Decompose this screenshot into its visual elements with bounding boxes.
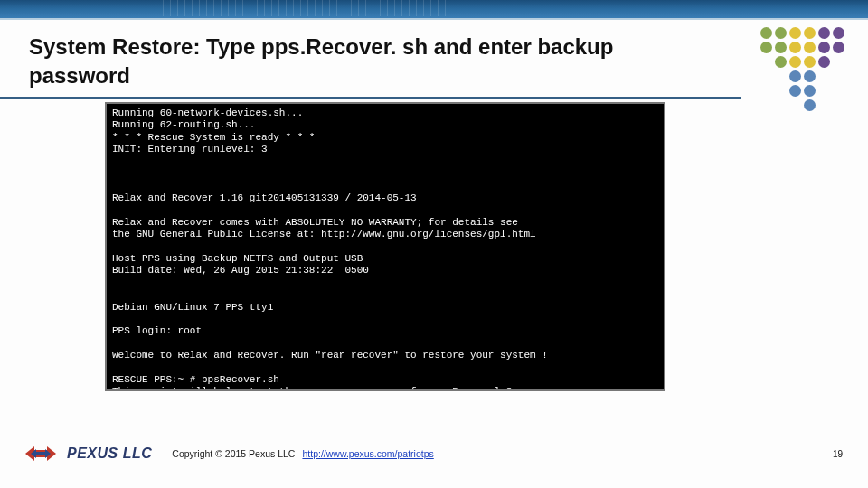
copyright-text: Copyright © 2015 Pexus LLC: [172, 448, 295, 459]
title-underline: [0, 97, 741, 99]
page-number: 19: [833, 449, 843, 459]
decorative-dot-grid: [760, 27, 846, 113]
slide-footer: PEXUS LLC Copyright © 2015 Pexus LLC htt…: [25, 436, 843, 472]
terminal-text: Running 60-network-devices.sh... Running…: [112, 108, 548, 391]
logo-text: PEXUS LLC: [67, 446, 152, 462]
terminal-screenshot: Running 60-network-devices.sh... Running…: [105, 102, 665, 391]
header-stripe: [0, 0, 868, 20]
slide-title: System Restore: Type pps.Recover. sh and…: [29, 33, 716, 91]
footer-link[interactable]: http://www.pexus.com/patriotps: [302, 448, 433, 459]
logo-mark-icon: [25, 444, 61, 464]
pexus-logo: PEXUS LLC: [25, 444, 152, 464]
